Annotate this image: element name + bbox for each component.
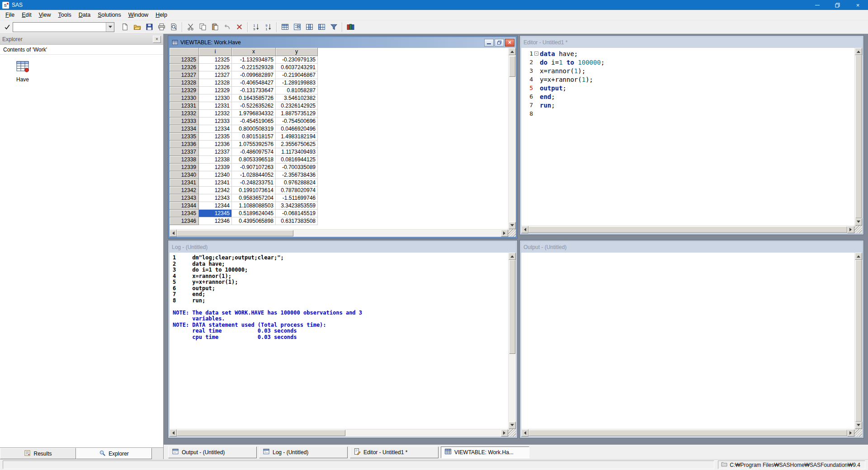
horizontal-scrollbar[interactable]	[170, 229, 508, 237]
table-cell[interactable]: 12340	[199, 171, 232, 179]
row-header[interactable]: 12343	[170, 194, 199, 202]
row-header[interactable]: 12346	[170, 217, 199, 225]
row-header[interactable]: 12335	[170, 133, 199, 141]
tab-explorer[interactable]: Explorer	[76, 448, 152, 459]
command-submit-button[interactable]	[2, 22, 13, 33]
table-cell[interactable]: 1.1173409493	[276, 148, 318, 156]
table-cell[interactable]: -0.219046867	[276, 71, 318, 79]
column-header-y[interactable]: y	[276, 48, 318, 56]
table-cell[interactable]: 0.8053396518	[232, 156, 276, 164]
table-cell[interactable]: 1.9796834332	[232, 110, 276, 118]
row-header[interactable]: 12342	[170, 187, 199, 194]
row-header[interactable]: 12339	[170, 164, 199, 171]
scroll-up-button[interactable]	[855, 48, 862, 55]
menu-solutions[interactable]: Solutions	[94, 10, 124, 20]
row-header[interactable]: 12340	[170, 171, 199, 179]
table-cell[interactable]: 0.7878020974	[276, 187, 318, 194]
viewtable-restore-button[interactable]	[495, 39, 504, 47]
table-cell[interactable]: 12333	[199, 118, 232, 125]
table-cell[interactable]: 12337	[199, 148, 232, 156]
table-cell[interactable]: 3.546102382	[276, 94, 318, 102]
menu-help[interactable]: Help	[152, 10, 171, 20]
table-cell[interactable]: 12325	[199, 56, 232, 64]
sort-descending-button[interactable]: 91	[262, 21, 274, 33]
paste-button[interactable]	[209, 21, 221, 33]
table-cell[interactable]: 0.0466920496	[276, 125, 318, 133]
vertical-scroll-thumb[interactable]	[855, 55, 862, 218]
column-attributes-button[interactable]	[303, 21, 316, 33]
sort-ascending-button[interactable]: 19	[250, 21, 262, 33]
undo-button[interactable]	[221, 21, 233, 33]
table-cell[interactable]: -0.099682897	[232, 71, 276, 79]
save-button[interactable]	[143, 21, 156, 33]
table-cell[interactable]: 12336	[199, 141, 232, 148]
viewtable-titlebar[interactable]: VIEWTABLE: Work.Have ×	[170, 37, 516, 48]
table-cell[interactable]: 12344	[199, 202, 232, 210]
open-button[interactable]	[131, 21, 143, 33]
scroll-down-button[interactable]	[509, 222, 516, 229]
table-cell[interactable]: 12341	[199, 179, 232, 187]
table-cell[interactable]: 12328	[199, 79, 232, 87]
table-cell[interactable]: -0.230979135	[276, 56, 318, 64]
editor-text-area[interactable]: 1-data have;2do i=1 to 100000;3x=rannor(…	[521, 48, 854, 226]
output-text-area[interactable]	[521, 253, 854, 429]
table-cell[interactable]: -0.454519065	[232, 118, 276, 125]
tab-results[interactable]: Results	[0, 448, 76, 459]
horizontal-scroll-thumb[interactable]	[528, 430, 847, 436]
table-cell[interactable]: 12334	[199, 125, 232, 133]
table-cell[interactable]: 0.976288824	[276, 179, 318, 187]
table-cell[interactable]: 12343	[199, 194, 232, 202]
scroll-right-button[interactable]	[847, 429, 854, 437]
scroll-up-button[interactable]	[509, 48, 516, 55]
row-header[interactable]: 12326	[170, 64, 199, 71]
table-cell[interactable]: 12335	[199, 133, 232, 141]
table-cell[interactable]: 0.1643585726	[232, 94, 276, 102]
window-bar-button[interactable]: Output - (Untitled)	[168, 446, 257, 458]
horizontal-scrollbar[interactable]	[170, 429, 508, 437]
row-header[interactable]: 12328	[170, 79, 199, 87]
table-cell[interactable]: 0.8000508319	[232, 125, 276, 133]
vertical-scroll-thumb[interactable]	[855, 260, 862, 422]
table-cell[interactable]: 0.2326142925	[276, 102, 318, 110]
table-cell[interactable]: -0.221529328	[232, 64, 276, 71]
table-cell[interactable]: 12346	[199, 217, 232, 225]
form-view-button[interactable]	[291, 21, 303, 33]
row-header[interactable]: 12344	[170, 202, 199, 210]
where-filter-button[interactable]	[328, 21, 340, 33]
table-cell[interactable]: 12339	[199, 164, 232, 171]
window-bar-button[interactable]: Log - (Untitled)	[259, 446, 348, 458]
resize-grip[interactable]	[854, 226, 862, 233]
table-cell[interactable]: -1.289199883	[276, 79, 318, 87]
scroll-right-button[interactable]	[501, 230, 508, 237]
table-cell[interactable]: 0.0816944125	[276, 156, 318, 164]
horizontal-scroll-thumb[interactable]	[528, 226, 847, 233]
dataset-item-have[interactable]: Have	[6, 59, 39, 83]
table-cell[interactable]: 2.3556750625	[276, 141, 318, 148]
print-preview-button[interactable]	[168, 21, 180, 33]
scroll-down-button[interactable]	[855, 218, 862, 226]
close-button[interactable]: ×	[848, 0, 868, 10]
row-header[interactable]: 12345	[170, 210, 199, 217]
horizontal-scroll-thumb[interactable]	[177, 430, 345, 436]
scroll-left-button[interactable]	[170, 429, 177, 437]
table-cell[interactable]: 0.6037243291	[276, 64, 318, 71]
table-cell[interactable]: 1.8875735129	[276, 110, 318, 118]
table-cell[interactable]: -0.406548427	[232, 79, 276, 87]
table-cell[interactable]: -2.356738436	[276, 171, 318, 179]
cut-button[interactable]	[184, 21, 197, 33]
scroll-down-button[interactable]	[855, 422, 862, 429]
scroll-left-button[interactable]	[521, 226, 528, 233]
vertical-scroll-thumb[interactable]	[509, 260, 515, 354]
copy-button[interactable]	[197, 21, 209, 33]
table-view-button[interactable]	[279, 21, 291, 33]
row-header[interactable]: 12333	[170, 118, 199, 125]
row-header[interactable]: 12331	[170, 102, 199, 110]
table-cell[interactable]: 0.4395065898	[232, 217, 276, 225]
row-header[interactable]: 12330	[170, 94, 199, 102]
editor-titlebar[interactable]: Editor - Untitled1 *	[521, 37, 862, 48]
explorer-close-icon[interactable]: ×	[153, 36, 161, 43]
table-cell[interactable]: 1.0755392576	[232, 141, 276, 148]
resize-grip[interactable]	[508, 429, 516, 437]
resize-grip[interactable]	[508, 229, 516, 237]
menu-tools[interactable]: Tools	[55, 10, 75, 20]
